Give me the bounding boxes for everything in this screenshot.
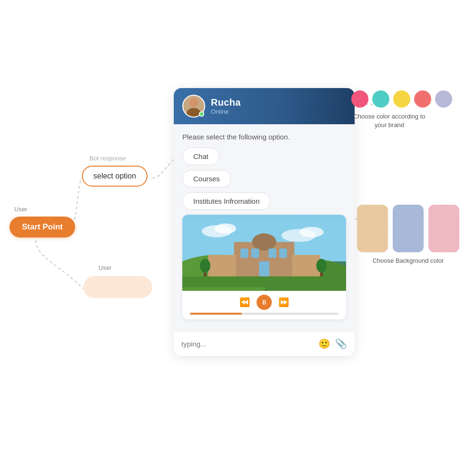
video-thumbnail bbox=[182, 215, 346, 291]
fast-forward-button[interactable]: ⏩ bbox=[278, 297, 289, 307]
svg-rect-16 bbox=[279, 248, 287, 258]
progress-fill bbox=[190, 313, 242, 315]
avatar-wrap bbox=[182, 95, 205, 118]
bg-swatches-section: Choose Background color bbox=[357, 205, 459, 264]
color-dot-yellow[interactable] bbox=[393, 90, 410, 108]
svg-point-1 bbox=[187, 108, 200, 117]
svg-rect-18 bbox=[208, 255, 236, 277]
progress-bar[interactable] bbox=[190, 313, 338, 315]
controls-row: ⏪ ⏸ ⏩ bbox=[239, 295, 289, 310]
svg-point-23 bbox=[317, 259, 327, 273]
svg-rect-19 bbox=[292, 255, 320, 277]
online-dot bbox=[199, 111, 204, 117]
bg-rects bbox=[357, 205, 459, 252]
typing-input[interactable] bbox=[181, 340, 314, 348]
video-block: ⏪ ⏸ ⏩ bbox=[182, 215, 346, 319]
bg-rect-peach[interactable] bbox=[357, 205, 388, 252]
svg-rect-15 bbox=[268, 248, 276, 258]
paperclip-icon[interactable]: 📎 bbox=[335, 338, 347, 349]
color-dots bbox=[351, 90, 452, 108]
chat-header: Rucha Online bbox=[174, 88, 355, 124]
user-input-pill bbox=[83, 276, 152, 298]
bg-rect-pink[interactable] bbox=[428, 205, 459, 252]
chat-agent-status: Online bbox=[211, 108, 346, 115]
color-dot-salmon[interactable] bbox=[414, 90, 431, 108]
select-option-button[interactable]: select option bbox=[82, 166, 148, 187]
svg-point-2 bbox=[189, 99, 198, 107]
color-swatches-label: Choose color according to your brand bbox=[351, 112, 427, 129]
video-controls: ⏪ ⏸ ⏩ bbox=[182, 291, 346, 319]
option-institutes-button[interactable]: Institutes Infromation bbox=[182, 192, 270, 210]
pause-icon: ⏸ bbox=[261, 298, 268, 306]
bot-response-label: Bot response bbox=[89, 155, 126, 162]
chat-header-info: Rucha Online bbox=[211, 97, 346, 115]
option-courses-button[interactable]: Courses bbox=[182, 170, 231, 188]
emoji-icon[interactable]: 🙂 bbox=[318, 338, 330, 349]
color-dot-pink[interactable] bbox=[351, 90, 368, 108]
svg-rect-14 bbox=[251, 248, 259, 258]
svg-rect-24 bbox=[182, 277, 346, 288]
svg-rect-17 bbox=[259, 261, 269, 277]
svg-point-21 bbox=[200, 259, 210, 273]
color-dot-teal[interactable] bbox=[372, 90, 389, 108]
user-label-2: User bbox=[99, 264, 111, 271]
svg-point-7 bbox=[299, 227, 324, 238]
option-chat-button[interactable]: Chat bbox=[182, 148, 219, 165]
rewind-button[interactable]: ⏪ bbox=[239, 297, 250, 307]
chat-question: Please select the following option. bbox=[182, 133, 346, 141]
start-point-button[interactable]: Start Point bbox=[10, 217, 75, 238]
typing-area: 🙂 📎 bbox=[174, 331, 355, 356]
bg-rect-blue[interactable] bbox=[393, 205, 424, 252]
chat-panel: Rucha Online Please select the following… bbox=[174, 88, 355, 356]
chat-agent-name: Rucha bbox=[211, 97, 346, 108]
svg-point-5 bbox=[215, 223, 236, 234]
svg-rect-13 bbox=[240, 248, 248, 258]
user-label-start: User bbox=[14, 206, 27, 213]
bg-swatches-label: Choose Background color bbox=[357, 257, 459, 264]
color-dot-lavender[interactable] bbox=[435, 90, 452, 108]
svg-rect-12 bbox=[261, 235, 268, 243]
chat-body: Please select the following option. Chat… bbox=[174, 124, 355, 331]
pause-button[interactable]: ⏸ bbox=[257, 295, 272, 310]
color-swatches-section: Choose color according to your brand bbox=[351, 90, 452, 129]
